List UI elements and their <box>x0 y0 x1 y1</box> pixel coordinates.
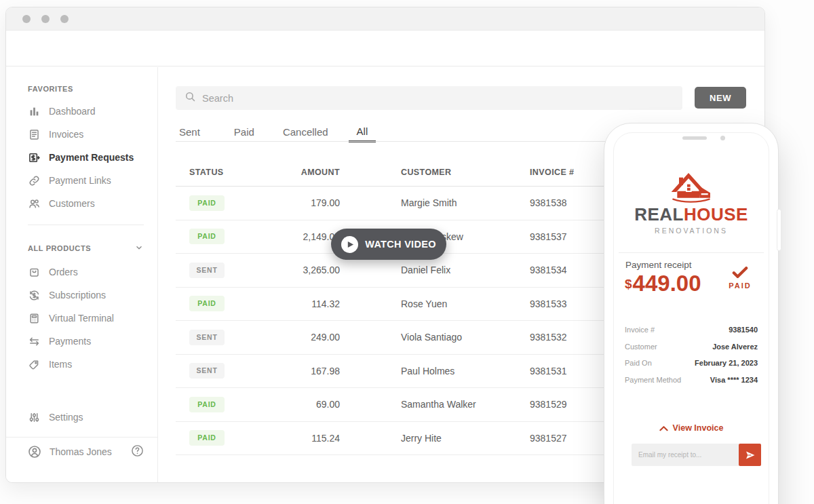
tab-paid[interactable]: Paid <box>234 126 254 142</box>
customer-cell: Paul Holmes <box>340 366 530 376</box>
brand-wordmark: REALHOUSE <box>614 204 769 225</box>
brand-word-real: REAL <box>634 204 684 225</box>
sidebar-item-dashboard[interactable]: Dashboard <box>6 100 157 123</box>
amount-cell: 69.00 <box>286 399 340 410</box>
tab-all[interactable]: All <box>349 125 376 142</box>
receipt-detail-row: Paid On February 21, 2023 <box>625 355 758 372</box>
tabs-bar: SentPaidCancelledAll <box>176 125 376 142</box>
check-icon <box>732 267 748 278</box>
status-badge: PAID <box>189 195 225 211</box>
status-badge: SENT <box>189 363 225 379</box>
detail-label: Invoice # <box>625 326 655 334</box>
sidebar-item-label: Subscriptions <box>49 290 106 301</box>
sidebar-item-label: Orders <box>49 267 78 277</box>
detail-label: Paid On <box>625 359 652 367</box>
sidebar: FAVORITES Dashboard Invoices Payment Req… <box>6 67 158 482</box>
sidebar-item-customers[interactable]: Customers <box>6 192 157 215</box>
amount-cell: 167.98 <box>286 366 340 376</box>
detail-value: Visa **** 1234 <box>710 376 758 384</box>
all-products-list: Orders Subscriptions Virtual Terminal Pa… <box>6 260 157 376</box>
sidebar-item-payments[interactable]: Payments <box>6 330 157 353</box>
search-input[interactable] <box>202 93 651 104</box>
status-badge: PAID <box>189 296 225 311</box>
sidebar-item-label: Settings <box>49 412 83 423</box>
watch-video-label: WATCH VIDEO <box>365 239 436 250</box>
customer-cell: Viola Santiago <box>340 332 530 343</box>
window-titlebar <box>6 7 764 31</box>
receipt-details: Invoice # 9381540 Customer Jose Alverez … <box>625 322 758 388</box>
sidebar-item-payment-links[interactable]: Payment Links <box>6 169 157 192</box>
settings-sliders-icon <box>28 411 40 423</box>
paid-stamp: PAID <box>722 267 758 290</box>
phone-mockup: REALHOUSE RENOVATIONS Payment receipt $4… <box>604 123 779 504</box>
amount-cell: 114.32 <box>286 298 340 309</box>
sidebar-item-label: Customers <box>49 198 95 209</box>
amount-value: 449.00 <box>633 271 701 296</box>
email-receipt-input[interactable] <box>632 444 739 466</box>
watch-video-button[interactable]: WATCH VIDEO <box>331 229 446 260</box>
sidebar-item-orders[interactable]: Orders <box>6 260 157 284</box>
sidebar-item-label: Payments <box>49 336 91 347</box>
view-invoice-link[interactable]: View Invoice <box>614 423 769 433</box>
virtual-terminal-icon <box>28 312 40 324</box>
sidebar-item-settings[interactable]: Settings <box>6 406 157 429</box>
all-products-section-label: ALL PRODUCTS <box>28 243 144 254</box>
all-products-label-text: ALL PRODUCTS <box>28 244 91 252</box>
new-button[interactable]: NEW <box>695 87 746 109</box>
window-minimize-button[interactable] <box>41 15 50 23</box>
column-header-customer: CUSTOMER <box>340 168 530 177</box>
amount-cell: 115.24 <box>286 433 340 444</box>
brand-subtitle: RENOVATIONS <box>614 227 769 235</box>
subscriptions-icon <box>28 289 40 301</box>
invoice-icon <box>28 128 40 140</box>
window-header-band <box>6 31 764 66</box>
link-icon <box>28 174 40 187</box>
play-icon <box>341 236 358 253</box>
chevron-down-icon[interactable] <box>134 243 144 254</box>
paid-stamp-label: PAID <box>722 282 758 290</box>
sidebar-item-virtual-terminal[interactable]: Virtual Terminal <box>6 307 157 330</box>
amount-cell: 179.00 <box>286 197 340 208</box>
detail-label: Customer <box>625 343 657 351</box>
tab-cancelled[interactable]: Cancelled <box>283 126 328 142</box>
send-email-button[interactable] <box>739 444 761 466</box>
orders-bag-icon <box>28 266 40 278</box>
detail-value: 9381540 <box>729 326 758 334</box>
window-maximize-button[interactable] <box>60 15 69 23</box>
send-plane-icon <box>745 450 756 461</box>
payments-icon <box>28 335 40 347</box>
customer-cell: Margie Smith <box>340 197 530 208</box>
search-icon <box>185 91 196 105</box>
help-icon[interactable] <box>131 444 144 460</box>
amount-cell: 3,265.00 <box>286 265 340 275</box>
phone-side-button <box>777 209 781 251</box>
sidebar-item-label: Dashboard <box>49 106 96 117</box>
phone-screen: REALHOUSE RENOVATIONS Payment receipt $4… <box>613 132 769 504</box>
payment-request-icon <box>28 151 40 163</box>
receipt-detail-row: Customer Jose Alverez <box>625 338 758 355</box>
phone-speaker <box>682 136 707 140</box>
column-header-amount: AMOUNT <box>286 168 340 177</box>
user-name: Thomas Jones <box>50 446 131 457</box>
customer-cell: Samantha Walker <box>340 399 530 410</box>
brand-word-house: HOUSE <box>684 204 748 225</box>
sidebar-item-invoices[interactable]: Invoices <box>6 123 157 146</box>
amount-cell: 249.00 <box>286 332 340 343</box>
search-bar <box>176 86 682 110</box>
user-account-row[interactable]: Thomas Jones <box>6 438 157 466</box>
favorites-list: Dashboard Invoices Payment Requests Paym… <box>6 100 157 215</box>
detail-value: February 21, 2023 <box>695 359 758 367</box>
status-badge: PAID <box>189 229 225 244</box>
phone-camera <box>720 136 725 140</box>
sidebar-item-items[interactable]: Items <box>6 353 157 376</box>
tab-sent[interactable]: Sent <box>179 126 200 142</box>
sidebar-item-payment-requests[interactable]: Payment Requests <box>6 146 157 169</box>
chevron-up-icon <box>659 425 668 431</box>
favorites-section-label: FAVORITES <box>28 85 144 93</box>
window-close-button[interactable] <box>22 15 31 23</box>
sidebar-item-label: Items <box>49 359 72 370</box>
user-avatar-icon <box>28 445 41 459</box>
sidebar-item-subscriptions[interactable]: Subscriptions <box>6 284 157 307</box>
customers-icon <box>28 197 40 210</box>
receipt-detail-row: Payment Method Visa **** 1234 <box>625 372 758 389</box>
